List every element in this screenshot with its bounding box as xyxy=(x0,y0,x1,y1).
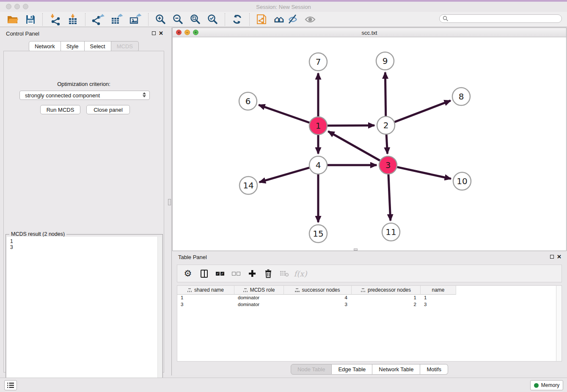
zoom-fit-icon[interactable] xyxy=(187,13,204,26)
node-label-6: 6 xyxy=(245,96,251,106)
tab-motifs[interactable]: Motifs xyxy=(420,364,448,375)
add-column-icon[interactable] xyxy=(245,266,259,281)
network-graph[interactable]: 7968124314101511 xyxy=(173,37,566,251)
float-table-panel-icon[interactable] xyxy=(550,255,554,259)
mcds-result-group: MCDS result (2 nodes) 1 3 xyxy=(6,234,163,392)
result-scrollbar[interactable] xyxy=(157,237,162,390)
edge-4-14[interactable] xyxy=(259,168,309,182)
edge-2-9[interactable] xyxy=(385,72,385,116)
delete-column-trash-icon[interactable] xyxy=(261,266,275,281)
new-network-from-selection-icon[interactable] xyxy=(253,13,271,26)
column-header-shared-name[interactable]: shared name xyxy=(177,286,234,295)
main-toolbar: ⌂⌂ xyxy=(0,12,567,27)
zoom-in-icon[interactable] xyxy=(152,13,169,26)
node-label-8: 8 xyxy=(459,91,464,102)
column-header-successor-nodes[interactable]: successor nodes xyxy=(284,286,352,295)
tab-network[interactable]: Network xyxy=(29,41,61,52)
edge-3-10[interactable] xyxy=(397,167,451,179)
horizontal-splitter-grip[interactable] xyxy=(354,248,358,251)
table-row-1[interactable]: 3dominator323 xyxy=(177,301,456,308)
cell-1-4[interactable]: 3 xyxy=(421,301,456,308)
node-label-10: 10 xyxy=(457,176,467,186)
table-scrollbar[interactable] xyxy=(556,286,561,361)
show-all-icon[interactable] xyxy=(301,13,319,26)
cell-0-3[interactable]: 1 xyxy=(352,295,421,301)
refresh-icon[interactable] xyxy=(228,13,246,26)
first-neighbors-icon[interactable]: ⌂⌂ xyxy=(271,13,284,26)
cell-1-0[interactable]: 3 xyxy=(177,301,234,308)
column-header-name[interactable]: name xyxy=(421,286,456,295)
task-list-icon xyxy=(7,382,14,389)
vertical-splitter[interactable] xyxy=(168,28,172,375)
table-settings-gear-icon[interactable]: ⚙ xyxy=(181,266,195,281)
control-panel-title: Control Panel xyxy=(6,30,39,37)
edge-1-6[interactable] xyxy=(259,105,309,123)
edge-3-1[interactable] xyxy=(328,131,380,160)
hide-selected-icon[interactable] xyxy=(284,13,301,26)
cell-0-0[interactable]: 1 xyxy=(177,295,234,301)
mcds-result-textarea[interactable]: 1 3 xyxy=(7,237,162,390)
tab-node-table[interactable]: Node Table xyxy=(291,364,332,375)
edge-2-3[interactable] xyxy=(386,135,387,154)
node-label-4: 4 xyxy=(316,160,321,170)
tab-select[interactable]: Select xyxy=(85,41,111,52)
cell-0-2[interactable]: 4 xyxy=(284,295,352,301)
column-label: MCDS role xyxy=(250,287,275,293)
mac-titlebar: Session: New Session xyxy=(0,2,567,12)
toolbar-separator xyxy=(42,13,43,26)
zoom-selected-icon[interactable] xyxy=(204,13,221,26)
select-all-columns-icon[interactable]: ✓✓ xyxy=(213,266,227,281)
export-network-icon[interactable] xyxy=(89,13,107,26)
cell-1-3[interactable]: 2 xyxy=(352,301,421,308)
table-row-0[interactable]: 1dominator411 xyxy=(177,295,456,301)
node-label-2: 2 xyxy=(383,120,389,130)
run-mcds-button[interactable]: Run MCDS xyxy=(40,105,80,114)
table-panel-header: Table Panel ✕ xyxy=(172,251,567,264)
open-folder-icon[interactable] xyxy=(3,13,22,26)
search-icon xyxy=(443,16,449,22)
memory-button[interactable]: Memory xyxy=(530,380,563,390)
import-table-icon[interactable] xyxy=(64,13,82,26)
splitter-grip[interactable] xyxy=(168,199,171,205)
edge-2-8[interactable] xyxy=(395,101,451,122)
tab-mcds[interactable]: MCDS xyxy=(111,41,139,52)
network-window-titlebar[interactable]: ✕ − + scc.txt xyxy=(173,28,566,37)
control-panel-tabs: NetworkStyleSelectMCDS xyxy=(0,41,168,52)
network-canvas[interactable]: 7968124314101511 xyxy=(173,37,566,251)
task-history-button[interactable] xyxy=(4,380,17,390)
close-panel-icon[interactable]: ✕ xyxy=(159,30,163,36)
close-panel-button[interactable]: Close panel xyxy=(86,105,130,114)
edge-1-2[interactable] xyxy=(328,125,374,126)
float-panel-icon[interactable] xyxy=(152,31,156,35)
select-chevrons-icon xyxy=(143,92,146,97)
close-table-panel-icon[interactable]: ✕ xyxy=(557,254,561,260)
deselect-all-columns-icon[interactable] xyxy=(229,266,243,281)
edge-3-11[interactable] xyxy=(388,174,391,221)
column-header-MCDS-role[interactable]: MCDS role xyxy=(234,286,284,295)
application-window: Session: New Session xyxy=(0,0,567,392)
delete-table-icon-disabled xyxy=(277,266,292,281)
status-bar: Memory xyxy=(0,378,567,392)
tab-edge-table[interactable]: Edge Table xyxy=(332,364,372,375)
toolbar-separator xyxy=(85,13,85,26)
column-header-predecessor-nodes[interactable]: predecessor nodes xyxy=(352,286,421,295)
cell-1-1[interactable]: dominator xyxy=(234,301,284,308)
column-type-icon xyxy=(361,288,365,292)
network-view-window: ✕ − + scc.txt 7968124314101511 xyxy=(172,28,567,251)
export-image-icon[interactable] xyxy=(126,13,145,26)
cell-0-4[interactable]: 1 xyxy=(421,295,456,301)
tab-network-table[interactable]: Network Table xyxy=(372,364,420,375)
cell-0-1[interactable]: dominator xyxy=(234,295,284,301)
export-table-icon[interactable] xyxy=(107,13,126,26)
tab-style[interactable]: Style xyxy=(61,41,85,52)
criterion-select-value: strongly connected component xyxy=(25,92,100,99)
import-network-icon[interactable] xyxy=(46,13,64,26)
function-builder-icon-disabled: f(x) xyxy=(293,266,308,281)
toolbar-separator xyxy=(148,13,149,26)
show-columns-icon[interactable] xyxy=(197,266,211,281)
search-input[interactable] xyxy=(439,14,562,23)
criterion-select[interactable]: strongly connected component xyxy=(19,91,150,100)
zoom-out-icon[interactable] xyxy=(169,13,187,26)
cell-1-2[interactable]: 3 xyxy=(284,301,352,308)
save-icon[interactable] xyxy=(22,13,39,26)
